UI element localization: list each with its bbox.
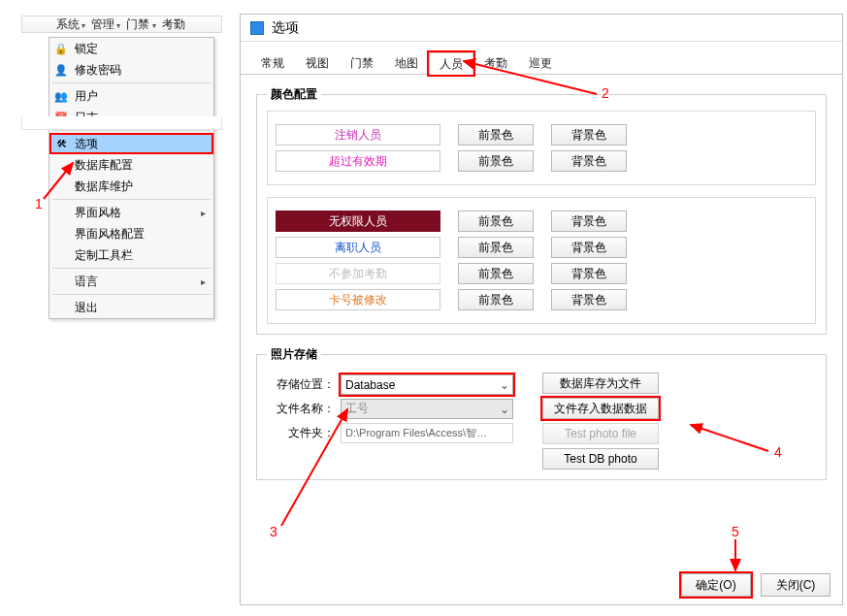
tools-icon: 🛠: [53, 136, 69, 151]
fg-btn-3[interactable]: 前景色: [458, 211, 534, 232]
tab-bar: 常规 视图 门禁 地图 人员 考勤 巡更: [241, 49, 842, 75]
fg-btn-4[interactable]: 前景色: [458, 237, 534, 258]
tab-general[interactable]: 常规: [250, 51, 295, 74]
menu-theme[interactable]: 界面风格: [49, 202, 213, 223]
bg-btn-6[interactable]: 背景色: [551, 289, 627, 310]
storage-location-select[interactable]: Database⌄: [341, 374, 513, 395]
color-noattend: 不参加考勤: [276, 263, 440, 284]
menu-attendance[interactable]: 考勤: [162, 16, 185, 33]
menu-custom-toolbar[interactable]: 定制工具栏: [49, 244, 213, 266]
color-config-group: 颜色配置 注销人员 前景色 背景色 超过有效期 前景色 背景色 无权限人员 前景…: [256, 86, 827, 335]
app-menubar[interactable]: 系统 管理 门禁 考勤: [21, 16, 222, 33]
left-bg-strip: [21, 116, 222, 130]
dropdown-sep: [52, 130, 211, 131]
tab-access[interactable]: 门禁: [340, 51, 384, 74]
photo-legend: 照片存储: [267, 346, 321, 363]
color-expired: 超过有效期: [276, 150, 440, 172]
annotation-1: 1: [35, 196, 43, 211]
menu-db-config[interactable]: 数据库配置: [49, 154, 213, 176]
menu-system[interactable]: 系统: [56, 16, 85, 33]
color-cardchanged: 卡号被修改: [276, 289, 440, 310]
system-dropdown: 🔒锁定 👤修改密码 👥用户 📅日志 🛠选项 数据库配置 数据库维护 界面风格 界…: [49, 37, 214, 319]
bg-btn-1[interactable]: 背景色: [551, 124, 627, 146]
chevron-down-icon: ⌄: [497, 378, 512, 392]
dropdown-sep: [52, 199, 211, 200]
color-leave: 离职人员: [276, 237, 440, 258]
tab-map[interactable]: 地图: [384, 51, 429, 74]
dropdown-sep: [52, 82, 211, 83]
menu-manage[interactable]: 管理: [91, 16, 120, 33]
menu-change-password[interactable]: 👤修改密码: [49, 59, 213, 81]
menu-lock[interactable]: 🔒锁定: [49, 38, 213, 59]
options-dialog: 选项 常规 视图 门禁 地图 人员 考勤 巡更 颜色配置 注销人员 前景色 背景…: [240, 14, 843, 605]
tab-attendance[interactable]: 考勤: [473, 51, 518, 74]
dropdown-sep: [52, 294, 211, 295]
color-legend: 颜色配置: [267, 86, 321, 103]
ok-button[interactable]: 确定(O): [681, 573, 751, 597]
filename-select[interactable]: 工号⌄: [341, 399, 513, 419]
menu-access[interactable]: 门禁: [126, 16, 155, 33]
menu-theme-config[interactable]: 界面风格配置: [49, 223, 213, 244]
folder-path: D:\Program Files\Access\智…: [341, 423, 513, 443]
dropdown-sep: [52, 268, 211, 269]
bg-btn-3[interactable]: 背景色: [551, 211, 627, 232]
menu-db-maintain[interactable]: 数据库维护: [49, 176, 213, 197]
tab-view[interactable]: 视图: [295, 51, 340, 74]
fg-btn-6[interactable]: 前景色: [458, 289, 534, 310]
db-save-file-button[interactable]: 数据库存为文件: [542, 373, 659, 394]
name-label: 文件名称：: [267, 401, 335, 417]
menu-language[interactable]: 语言: [49, 271, 213, 292]
fg-btn-5[interactable]: 前景色: [458, 263, 534, 284]
users-icon: 👥: [53, 88, 69, 104]
dialog-title: 选项: [272, 19, 299, 37]
chevron-down-icon: ⌄: [497, 403, 512, 416]
window-icon: [250, 21, 264, 35]
dialog-titlebar: 选项: [241, 15, 842, 42]
user-icon: 👤: [53, 62, 69, 78]
bg-btn-2[interactable]: 背景色: [551, 150, 627, 172]
color-unreg: 注销人员: [276, 124, 440, 146]
dialog-footer: 确定(O) 关闭(C): [681, 573, 831, 597]
menu-users[interactable]: 👥用户: [49, 85, 213, 107]
photo-storage-group: 照片存储 存储位置： Database⌄ 文件名称： 工号⌄: [256, 346, 827, 480]
close-button[interactable]: 关闭(C): [761, 573, 831, 597]
bg-btn-5[interactable]: 背景色: [551, 263, 627, 284]
lock-icon: 🔒: [53, 41, 69, 56]
tab-patrol[interactable]: 巡更: [518, 51, 563, 74]
color-noauth: 无权限人员: [276, 211, 440, 232]
dir-label: 文件夹：: [267, 425, 335, 441]
file-to-db-button[interactable]: 文件存入数据数据: [542, 398, 659, 419]
loc-label: 存储位置：: [267, 376, 335, 393]
menu-exit[interactable]: 退出: [49, 297, 213, 318]
test-photo-file-button[interactable]: Test photo file: [542, 423, 659, 444]
menu-options[interactable]: 🛠选项: [49, 133, 213, 154]
bg-btn-4[interactable]: 背景色: [551, 237, 627, 258]
tab-personnel[interactable]: 人员: [429, 52, 473, 75]
fg-btn-2[interactable]: 前景色: [458, 150, 534, 172]
fg-btn-1[interactable]: 前景色: [458, 124, 534, 146]
test-db-photo-button[interactable]: Test DB photo: [542, 448, 659, 470]
